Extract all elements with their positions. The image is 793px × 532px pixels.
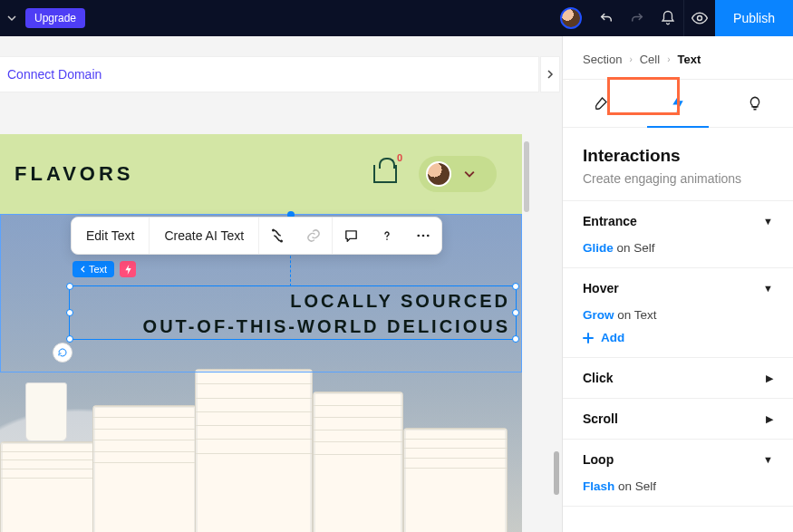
add-hover-button[interactable]: Add — [583, 331, 773, 344]
cart-button[interactable]: 0 — [373, 165, 397, 183]
link-icon[interactable] — [295, 218, 332, 254]
group-entrance: Entrance ▼ Glide on Self — [563, 201, 793, 268]
panel-title: Interactions — [583, 146, 773, 166]
entrance-on-text: on Self — [617, 241, 655, 255]
inspector-tabs — [563, 79, 793, 128]
panel-subtitle: Create engaging animations — [583, 171, 773, 186]
breadcrumb-section[interactable]: Section — [583, 53, 622, 66]
undo-icon[interactable] — [591, 0, 622, 36]
connect-domain-link[interactable]: Connect Domain — [7, 67, 102, 82]
breadcrumb-cell[interactable]: Cell — [640, 53, 660, 66]
expand-chevron-button[interactable] — [540, 56, 560, 92]
tab-inspiration[interactable] — [716, 80, 793, 127]
group-loop-label: Loop — [583, 452, 614, 467]
bolt-icon — [671, 94, 685, 112]
resize-handle[interactable] — [66, 309, 73, 316]
comment-icon[interactable] — [333, 218, 369, 254]
hero-line-1: LOCALLY SOURCED — [75, 288, 510, 314]
top-app-bar: Upgrade Publish — [0, 0, 793, 36]
svg-point-0 — [698, 16, 702, 21]
canvas[interactable]: Connect Domain FLAVORS 0 — [0, 36, 562, 532]
chevron-right-icon: › — [629, 54, 632, 64]
group-scroll-label: Scroll — [583, 411, 618, 426]
resize-handle[interactable] — [512, 283, 519, 290]
site-header: FLAVORS 0 — [0, 134, 522, 214]
brush-icon — [593, 95, 609, 111]
inspector-panel: Section › Cell › Text Interactions Creat… — [562, 36, 793, 532]
caret-down-icon: ▼ — [763, 216, 773, 227]
topbar-left: Upgrade — [5, 8, 85, 28]
edit-text-button[interactable]: Edit Text — [72, 228, 149, 243]
panel-scrollbar[interactable] — [554, 451, 559, 495]
chevron-right-icon: › — [667, 54, 670, 64]
reset-handle-icon[interactable] — [53, 343, 73, 363]
menu-chevron[interactable] — [5, 14, 18, 23]
caret-down-icon: ▼ — [763, 454, 773, 465]
group-hover: Hover ▼ Grow on Text Add — [563, 268, 793, 358]
tab-design[interactable] — [563, 80, 640, 127]
hero-line-2: OUT-OF-THIS-WORLD DELICIOUS — [75, 314, 510, 339]
group-entrance-label: Entrance — [583, 214, 637, 228]
group-scroll: Scroll ▶ — [563, 399, 793, 440]
loop-on-text: on Self — [618, 479, 656, 493]
breadcrumb-text[interactable]: Text — [677, 53, 701, 66]
group-loop-header[interactable]: Loop ▼ — [563, 440, 793, 479]
create-ai-text-button[interactable]: Create AI Text — [150, 228, 258, 243]
resize-handle[interactable] — [66, 335, 73, 343]
lightbulb-icon — [747, 95, 763, 111]
interaction-indicator-icon[interactable] — [120, 261, 136, 277]
upgrade-button[interactable]: Upgrade — [25, 8, 85, 28]
caret-down-icon: ▼ — [763, 283, 773, 294]
plus-icon — [583, 333, 594, 343]
brand-name: FLAVORS — [15, 162, 133, 186]
caret-right-icon: ▶ — [766, 372, 773, 384]
group-hover-label: Hover — [583, 281, 619, 295]
help-icon[interactable] — [369, 218, 405, 254]
selection-tag-row: Text — [73, 261, 136, 277]
breadcrumb: Section › Cell › Text — [563, 36, 793, 79]
resize-handle[interactable] — [512, 335, 519, 343]
group-click-label: Click — [583, 371, 613, 385]
group-click: Click ▶ — [563, 358, 793, 399]
chevron-down-icon — [464, 169, 475, 179]
tab-interactions[interactable] — [640, 80, 717, 127]
caret-right-icon: ▶ — [766, 413, 773, 425]
animation-icon[interactable] — [259, 218, 295, 254]
user-avatar[interactable] — [560, 7, 582, 29]
group-click-header[interactable]: Click ▶ — [563, 358, 793, 398]
cart-count-badge: 0 — [397, 152, 402, 163]
hover-animation-link[interactable]: Grow — [583, 308, 614, 322]
notifications-icon[interactable] — [653, 0, 683, 36]
group-hover-header[interactable]: Hover ▼ — [563, 268, 793, 308]
text-context-toolbar: Edit Text Create AI Text — [71, 217, 442, 255]
account-avatar — [426, 161, 451, 187]
selected-text-element[interactable]: LOCALLY SOURCED OUT-OF-THIS-WORLD DELICI… — [69, 285, 517, 340]
canvas-scrollbar[interactable] — [524, 141, 529, 212]
resize-handle[interactable] — [512, 309, 519, 316]
preview-icon[interactable] — [684, 0, 715, 36]
topbar-right: Publish — [551, 0, 793, 36]
resize-handle[interactable] — [66, 283, 73, 290]
redo-icon[interactable] — [622, 0, 653, 36]
loop-animation-link[interactable]: Flash — [583, 479, 614, 493]
svg-point-4 — [418, 235, 421, 237]
group-entrance-header[interactable]: Entrance ▼ — [563, 201, 793, 241]
svg-point-3 — [386, 238, 388, 240]
selection-tag-label: Text — [89, 264, 107, 275]
svg-point-1 — [272, 229, 275, 232]
group-loop: Loop ▼ Flash on Self — [563, 440, 793, 507]
group-scroll-header[interactable]: Scroll ▶ — [563, 399, 793, 439]
panel-header: Interactions Create engaging animations — [563, 128, 793, 201]
svg-point-5 — [422, 235, 425, 237]
more-icon[interactable] — [405, 218, 441, 254]
domain-bar: Connect Domain — [0, 56, 539, 92]
publish-button[interactable]: Publish — [715, 0, 793, 36]
svg-point-2 — [280, 240, 283, 243]
svg-point-6 — [427, 235, 430, 237]
hover-on-text: on Text — [617, 308, 656, 322]
add-label: Add — [601, 331, 624, 344]
entrance-animation-link[interactable]: Glide — [583, 241, 614, 255]
account-menu-button[interactable] — [419, 156, 497, 192]
selection-type-tag[interactable]: Text — [73, 261, 114, 277]
